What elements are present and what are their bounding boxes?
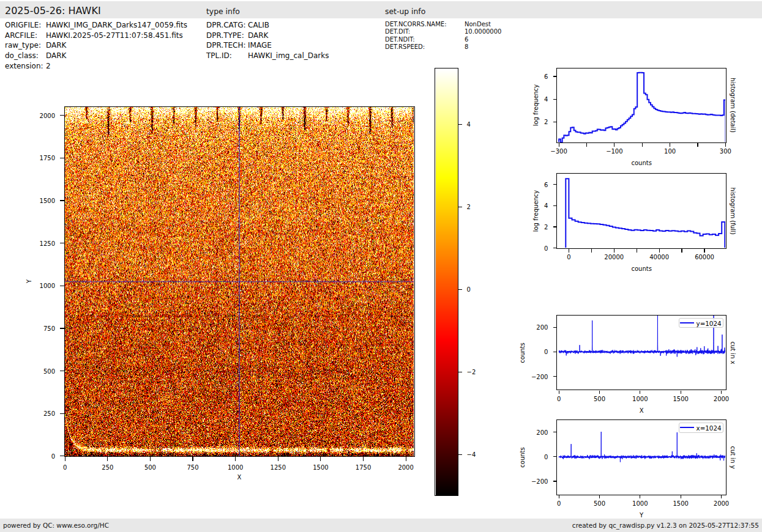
x-tick (278, 457, 278, 461)
x-tick (642, 143, 643, 147)
y-tick-label: 250 (24, 410, 55, 417)
meta-value: HAWKI_img_cal_Darks (248, 51, 329, 60)
x-tick (320, 457, 321, 461)
meta-value: NonDest (465, 21, 491, 28)
x-tick (704, 249, 704, 253)
x-tick (363, 457, 364, 461)
hist-detail-xlabel: counts (631, 160, 651, 166)
colorbar-tick (458, 207, 462, 207)
x-tick-label: 1000 (632, 500, 648, 507)
cut-x-legend-line (680, 322, 695, 323)
y-tick-label: 500 (24, 368, 55, 374)
meta-value: CALIB (248, 21, 269, 29)
cut-x-legend-label: y=1024 (697, 320, 722, 327)
x-tick (721, 495, 722, 499)
hist-full-ylabel: log frequency (532, 190, 539, 232)
y-tick (553, 456, 557, 457)
x-tick (659, 249, 660, 253)
meta-value: 10.0000000 (465, 28, 501, 35)
x-tick-label: 2000 (714, 396, 729, 402)
y-tick-label: 1500 (24, 198, 55, 204)
y-tick-label: 0 (517, 245, 548, 251)
y-tick-label: 0 (24, 453, 55, 459)
colorbar-tick-label: 0 (467, 286, 471, 293)
x-tick-label: 500 (144, 464, 156, 471)
y-tick-label: 200 (517, 429, 548, 435)
colorbar-tick-label: 2 (467, 204, 471, 210)
x-tick (681, 391, 681, 394)
cut-y-legend-line (680, 427, 695, 428)
meta-label: DPR.CATG: (206, 21, 246, 29)
detector-image[interactable] (65, 107, 414, 456)
qc-report-page: 2025-05-26: HAWKI type info set-up info … (0, 0, 762, 532)
footer-right-text: created by qc_rawdisp.py v1.2.3 on 2025-… (572, 522, 759, 529)
colorbar-tick (458, 289, 462, 290)
x-tick-label: 1750 (356, 464, 371, 471)
x-tick-label: 0 (567, 254, 570, 260)
x-tick (192, 457, 193, 461)
x-tick (640, 391, 640, 394)
x-tick-label: 750 (187, 464, 199, 471)
y-tick (553, 432, 557, 432)
meta-value: HAWKI.2025-05-27T11:07:58.451.fits (46, 31, 183, 40)
cut-y-series (559, 432, 725, 462)
meta-label: ORIGFILE: (5, 21, 41, 29)
x-tick (614, 143, 614, 147)
hist-full-plot[interactable] (558, 174, 726, 248)
hist-full-xlabel: counts (631, 265, 651, 272)
colorbar-tick-label: 4 (467, 121, 471, 128)
x-tick (107, 457, 108, 461)
y-tick-label: 6 (517, 73, 548, 79)
y-tick (553, 226, 557, 227)
y-tick-label: 200 (517, 324, 548, 331)
colorbar (436, 69, 458, 495)
x-tick (150, 457, 151, 461)
x-tick (586, 143, 587, 147)
x-tick (614, 249, 614, 253)
x-tick-label: 1500 (673, 396, 688, 402)
y-tick (60, 158, 64, 158)
x-tick (599, 495, 600, 499)
x-tick (559, 391, 559, 394)
colorbar-tick (458, 124, 462, 125)
x-tick-label: 0 (557, 500, 561, 507)
x-tick (681, 495, 681, 499)
y-tick (60, 328, 64, 328)
colorbar-tick (458, 372, 462, 372)
y-tick-label: 6 (517, 181, 548, 188)
meta-value: 8 (465, 43, 468, 50)
colorbar-tick-label: −2 (467, 369, 476, 375)
x-tick (406, 457, 406, 461)
x-tick (569, 249, 569, 253)
y-tick (553, 481, 557, 481)
hist-detail-plot[interactable] (558, 68, 726, 142)
y-tick (60, 413, 64, 414)
y-tick-label: 1750 (24, 155, 55, 161)
x-tick-label: 20000 (604, 254, 624, 260)
x-tick (725, 143, 726, 147)
x-tick-label: 1250 (271, 464, 286, 471)
meta-value: HAWKI_IMG_DARK_Darks147_0059.fits (46, 21, 187, 29)
y-tick (553, 99, 557, 100)
y-tick (553, 327, 557, 328)
y-tick (60, 371, 64, 371)
meta-value: 6 (465, 36, 468, 43)
x-tick (559, 143, 559, 147)
x-tick-label: 100 (664, 148, 676, 155)
meta-value: IMAGE (248, 41, 272, 50)
cut-x-right-label: cut in x (730, 341, 736, 364)
meta-label: DPR.TECH: (206, 41, 246, 50)
y-tick (60, 115, 64, 116)
hist-full-right-label: histogram (full) (730, 187, 736, 234)
x-tick (559, 495, 559, 499)
meta-label: DPR.TYPE: (206, 31, 244, 40)
meta-label: extension: (5, 62, 43, 70)
x-tick-label: 40000 (649, 254, 669, 260)
x-tick-label: 250 (102, 464, 113, 471)
y-tick-label: 1000 (24, 283, 55, 289)
y-tick (553, 122, 557, 122)
y-tick (60, 200, 64, 201)
hist-detail-ylabel: log frequency (532, 84, 539, 127)
x-tick (235, 457, 236, 461)
y-tick-label: 750 (24, 325, 55, 331)
